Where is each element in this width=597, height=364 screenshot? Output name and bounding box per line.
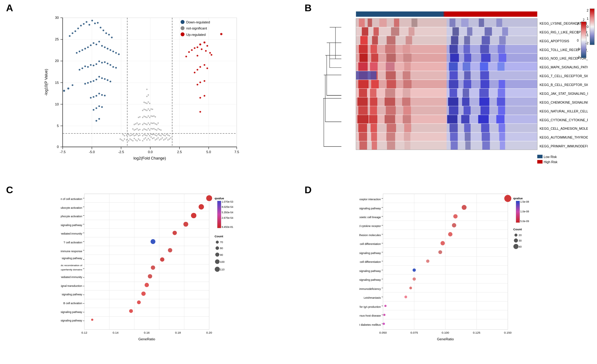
svg-point-139 [150, 108, 152, 110]
svg-point-211 [90, 97, 92, 99]
svg-rect-305 [502, 27, 508, 36]
svg-rect-369 [370, 89, 376, 97]
svg-text:-2.5: -2.5 [118, 150, 124, 154]
svg-rect-415 [499, 124, 505, 132]
svg-point-201 [90, 81, 92, 83]
svg-text:High Risk: High Risk [544, 160, 558, 164]
panel-c: C [0, 182, 299, 364]
svg-point-238 [194, 72, 196, 74]
svg-text:Positive regulation of leukocy: Positive regulation of leukocyte activat… [61, 206, 82, 209]
svg-point-214 [101, 106, 103, 108]
svg-point-157 [80, 25, 82, 27]
svg-point-34 [134, 138, 135, 139]
svg-point-50 [121, 139, 122, 141]
svg-point-117 [136, 122, 138, 124]
svg-point-33 [157, 137, 159, 139]
svg-text:Positive regulation of lymphoc: Positive regulation of lymphocyte activa… [61, 215, 82, 218]
svg-text:KEGG_APOPTOSIS: KEGG_APOPTOSIS [540, 39, 569, 43]
svg-point-523 [160, 257, 164, 262]
svg-point-114 [153, 122, 155, 124]
svg-text:GeneRatio: GeneRatio [138, 337, 155, 341]
svg-point-127 [150, 115, 152, 117]
svg-rect-326 [356, 53, 446, 62]
svg-point-125 [149, 117, 150, 118]
svg-rect-623 [516, 201, 520, 222]
svg-rect-395 [498, 106, 505, 115]
svg-point-226 [194, 47, 196, 49]
svg-text:30: 30 [55, 16, 59, 19]
svg-text:KEGG_PRIMARY_IMMUNODEFICIENCY: KEGG_PRIMARY_IMMUNODEFICIENCY [540, 144, 588, 148]
svg-point-32 [135, 139, 136, 141]
svg-point-242 [199, 97, 201, 99]
svg-point-47 [167, 139, 169, 141]
svg-point-29 [155, 139, 156, 141]
svg-point-182 [98, 60, 100, 62]
svg-text:Immune receptors built from im: Immune receptors built from immunoglobul… [61, 268, 82, 271]
svg-point-101 [134, 129, 135, 131]
svg-text:0.16: 0.16 [144, 331, 150, 334]
svg-point-161 [74, 30, 76, 32]
svg-rect-423 [465, 132, 470, 141]
svg-point-516 [206, 195, 212, 201]
svg-rect-416 [356, 132, 446, 141]
svg-rect-403 [461, 115, 469, 123]
svg-point-51 [170, 137, 172, 139]
svg-text:5.0: 5.0 [206, 150, 211, 154]
svg-point-529 [129, 309, 133, 313]
svg-text:Low Risk: Low Risk [544, 155, 557, 159]
svg-point-146 [143, 101, 145, 103]
svg-point-129 [152, 116, 153, 117]
svg-rect-363 [463, 80, 471, 88]
svg-point-220 [63, 90, 65, 92]
svg-rect-371 [403, 89, 410, 97]
svg-point-24 [142, 140, 143, 142]
svg-rect-351 [403, 71, 410, 80]
svg-rect-303 [467, 27, 472, 36]
svg-text:0.0: 0.0 [148, 150, 153, 154]
svg-rect-317 [447, 45, 537, 53]
svg-rect-374 [479, 89, 489, 97]
svg-point-195 [79, 69, 81, 71]
svg-rect-302 [452, 27, 459, 36]
svg-point-64 [155, 134, 156, 136]
svg-point-142 [146, 103, 148, 104]
svg-point-166 [98, 41, 100, 43]
svg-rect-456 [84, 194, 209, 329]
svg-point-197 [95, 79, 97, 81]
svg-rect-284 [356, 12, 537, 17]
svg-point-173 [87, 46, 89, 48]
svg-rect-353 [449, 71, 458, 80]
svg-text:log2(Fold Change): log2(Fold Change) [133, 156, 166, 160]
svg-text:90: 90 [220, 253, 223, 256]
svg-text:qvalue: qvalue [513, 197, 523, 200]
panel-b: B [299, 0, 597, 182]
svg-text:KEGG_JAK_STAT_SIGNALING_PATHWA: KEGG_JAK_STAT_SIGNALING_PATHWAY [540, 92, 588, 95]
svg-point-61 [139, 134, 141, 136]
svg-rect-313 [464, 36, 470, 45]
svg-rect-299 [373, 27, 379, 36]
svg-point-116 [155, 123, 156, 125]
volcano-svg: -7.5 -5.0 -2.5 0.0 2.5 5.0 7.5 log2(Fold… [18, 12, 293, 164]
svg-point-227 [205, 50, 207, 52]
volcano-container: -7.5 -5.0 -2.5 0.0 2.5 5.0 7.5 log2(Fold… [18, 12, 293, 164]
svg-point-237 [206, 67, 208, 69]
svg-text:Activation of immune response: Activation of immune response [61, 250, 82, 253]
svg-point-100 [157, 128, 159, 129]
svg-point-194 [115, 67, 117, 69]
svg-point-526 [145, 283, 149, 287]
svg-point-71 [132, 134, 134, 136]
svg-rect-355 [480, 71, 489, 80]
svg-rect-345 [497, 62, 504, 71]
heatmap-color-scale: 2 1 0 -1 -2 [585, 9, 595, 45]
svg-point-159 [77, 28, 79, 29]
svg-rect-408 [358, 124, 367, 132]
svg-text:Immune response-regulating cel: Immune response-regulating cell surface … [61, 257, 82, 260]
svg-rect-422 [450, 132, 458, 141]
svg-rect-389 [370, 106, 377, 115]
svg-point-620 [383, 314, 385, 316]
svg-point-92 [152, 128, 153, 130]
svg-rect-324 [480, 45, 489, 53]
svg-text:0.075: 0.075 [410, 331, 418, 334]
svg-rect-400 [384, 115, 395, 123]
svg-rect-322 [449, 45, 458, 53]
